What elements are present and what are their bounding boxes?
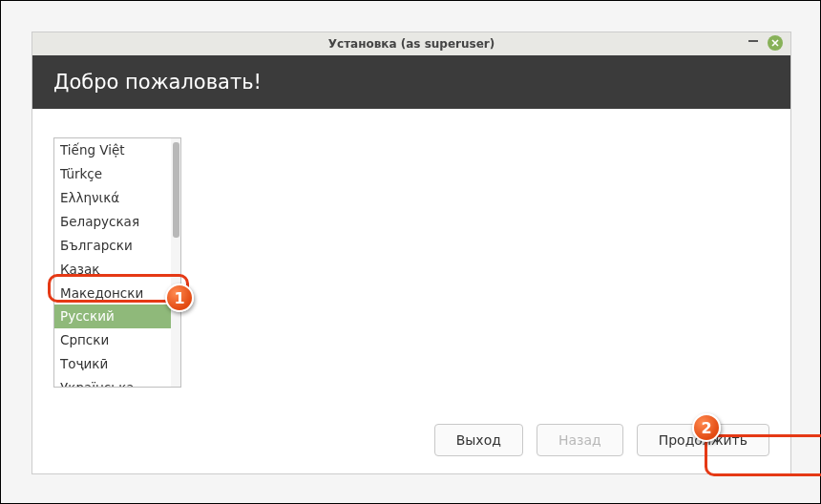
installer-window: Установка (as superuser) Добро пожаловат… xyxy=(32,32,791,474)
language-item[interactable]: Српски xyxy=(54,328,180,352)
back-button: Назад xyxy=(537,424,623,456)
language-item[interactable]: Ελληνικά xyxy=(54,186,180,210)
language-item[interactable]: Македонски xyxy=(54,282,180,305)
scrollbar-track xyxy=(171,138,180,387)
continue-button[interactable]: Продолжить xyxy=(637,424,769,456)
language-item[interactable]: Беларуская xyxy=(54,210,180,234)
language-item[interactable]: Українська xyxy=(54,376,180,387)
language-item[interactable]: Қазақ xyxy=(54,258,180,282)
footer-buttons: Выход Назад Продолжить xyxy=(434,424,769,456)
titlebar: Установка (as superuser) xyxy=(32,32,790,55)
continue-button-label: Продолжить xyxy=(659,432,747,448)
page-title: Добро пожаловать! xyxy=(53,71,262,94)
language-item[interactable]: Tiếng Việt xyxy=(54,138,180,162)
close-button[interactable] xyxy=(768,35,783,51)
window-title: Установка (as superuser) xyxy=(328,37,495,51)
close-icon xyxy=(770,38,780,48)
page-header: Добро пожаловать! xyxy=(32,55,790,109)
screenshot-frame: Установка (as superuser) Добро пожаловат… xyxy=(0,0,821,504)
exit-button-label: Выход xyxy=(456,432,501,448)
minimize-button[interactable] xyxy=(748,40,758,42)
language-item[interactable]: Русский xyxy=(54,304,180,328)
content-area: Tiếng ViệtTürkçeΕλληνικάБеларускаяБългар… xyxy=(32,109,790,473)
language-item[interactable]: Тоҷикӣ xyxy=(54,352,180,376)
language-item[interactable]: Türkçe xyxy=(54,162,180,186)
language-listbox[interactable]: Tiếng ViệtTürkçeΕλληνικάБеларускаяБългар… xyxy=(53,137,181,388)
language-item[interactable]: Български xyxy=(54,234,180,258)
back-button-label: Назад xyxy=(558,432,601,448)
exit-button[interactable]: Выход xyxy=(434,424,523,456)
scrollbar-thumb[interactable] xyxy=(173,142,179,238)
